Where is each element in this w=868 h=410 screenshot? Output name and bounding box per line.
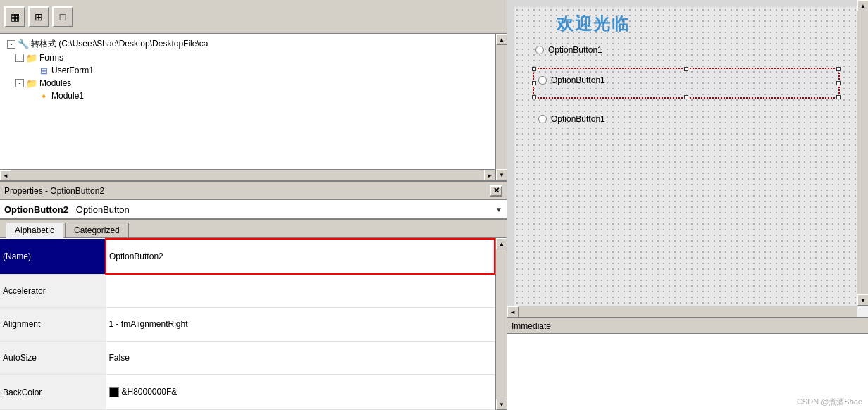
tree-expand-forms[interactable]: - (16, 54, 24, 62)
color-swatch (109, 387, 119, 397)
tree-label-root: 转格式 (C:\Users\Shae\Desktop\DesktopFile\c… (31, 38, 208, 50)
form-canvas[interactable]: 欢迎光临 OptionButton1 (514, 7, 857, 306)
properties-panel: Properties - OptionButton2 ✕ OptionButto… (0, 182, 507, 410)
properties-table: (Name) OptionButton2 Accelerator Alignme… (0, 238, 495, 410)
right-panel: 欢迎光临 OptionButton1 (507, 0, 868, 410)
immediate-title: Immediate (512, 321, 551, 331)
sel-handle-bc[interactable] (684, 95, 688, 99)
obj-name-text: OptionButton2 (4, 204, 68, 215)
properties-title: Properties - OptionButton2 (4, 186, 104, 196)
form-scroll-left[interactable]: ◄ (507, 306, 519, 318)
form-scroll-up[interactable]: ▲ (857, 0, 868, 11)
toolbar: ▦ ⊞ □ (0, 0, 507, 34)
tree-module1[interactable]: 🔸 Module1 (4, 89, 502, 102)
table-row[interactable]: BackColor &H8000000F& (0, 375, 495, 410)
prop-name: (Name) (0, 239, 106, 274)
tree-expand-modules[interactable]: - (16, 79, 24, 87)
tree-scroll-right[interactable]: ► (484, 170, 495, 181)
tree-scroll-up[interactable]: ▲ (496, 34, 507, 45)
properties-titlebar: Properties - OptionButton2 ✕ (0, 182, 507, 200)
form-designer-hscrollbar[interactable]: ◄ ► (507, 306, 857, 317)
toolbar-btn-1[interactable]: ▦ (4, 6, 25, 27)
prop-value[interactable]: &H8000000F& (106, 375, 495, 410)
tree-label-forms: Forms (39, 53, 63, 63)
props-scroll-up[interactable]: ▲ (496, 238, 507, 249)
tree-icon-userform1: ⊞ (38, 65, 49, 76)
form-designer-vscrollbar[interactable]: ▲ ▼ (857, 0, 868, 306)
tab-categorized[interactable]: Categorized (65, 223, 129, 237)
immediate-content[interactable]: CSDN @煮酒Shae (507, 334, 868, 410)
prop-name: Alignment (0, 308, 106, 342)
table-row[interactable]: (Name) OptionButton2 (0, 239, 495, 274)
csdn-watermark: CSDN @煮酒Shae (797, 397, 862, 407)
sel-handle-tr[interactable] (836, 67, 841, 71)
sel-handle-bl[interactable] (532, 95, 536, 99)
table-row[interactable]: AutoSize False (0, 341, 495, 375)
left-panel: ▦ ⊞ □ - 🔧 转格式 (C:\Users\Shae\Desktop\Des… (0, 0, 507, 410)
option-button-3[interactable]: OptionButton1 (538, 114, 605, 124)
project-tree: - 🔧 转格式 (C:\Users\Shae\Desktop\DesktopFi… (0, 34, 507, 182)
tree-icon-modules: 📁 (26, 77, 37, 89)
tree-label-modules: Modules (39, 78, 71, 88)
sel-handle-br[interactable] (836, 95, 841, 99)
option-label-2: OptionButton1 (551, 75, 605, 85)
properties-close-button[interactable]: ✕ (490, 185, 502, 197)
tree-icon-root: 🔧 (18, 39, 29, 50)
tree-forms-folder[interactable]: - 📁 Forms (4, 51, 502, 64)
prop-value[interactable]: False (106, 341, 495, 375)
tree-root[interactable]: - 🔧 转格式 (C:\Users\Shae\Desktop\DesktopFi… (4, 37, 502, 51)
form-designer[interactable]: 欢迎光临 OptionButton1 (507, 0, 868, 318)
table-row[interactable]: Alignment 1 - fmAlignmentRight (0, 308, 495, 342)
form-scroll-down[interactable]: ▼ (857, 294, 868, 306)
radio-circle-2 (538, 76, 547, 85)
tree-expand-root[interactable]: - (7, 40, 16, 49)
sel-handle-mr[interactable] (836, 81, 841, 85)
tree-userform1[interactable]: ⊞ UserForm1 (4, 64, 502, 77)
immediate-titlebar: Immediate (507, 318, 868, 334)
tree-label-module1: Module1 (51, 91, 84, 101)
toolbar-btn-3[interactable]: □ (52, 6, 73, 27)
prop-value[interactable]: OptionButton2 (106, 239, 495, 274)
option-label-1: OptionButton1 (548, 45, 602, 55)
option-label-3: OptionButton1 (551, 114, 605, 124)
obj-type-text: OptionButton (76, 204, 130, 215)
tree-label-userform1: UserForm1 (51, 66, 94, 75)
sel-handle-tc[interactable] (684, 67, 688, 71)
properties-table-wrapper: (Name) OptionButton2 Accelerator Alignme… (0, 238, 507, 410)
sel-handle-tl[interactable] (532, 67, 536, 71)
tree-icon-module1: 🔸 (38, 90, 49, 101)
prop-name: AutoSize (0, 341, 106, 375)
prop-name: BackColor (0, 375, 106, 410)
tree-hscrollbar[interactable]: ◄ ► (0, 169, 495, 180)
object-selector-arrow: ▼ (495, 206, 502, 213)
tab-alphabetic[interactable]: Alphabetic (6, 223, 63, 238)
properties-object-selector[interactable]: OptionButton2 OptionButton ▼ (0, 200, 507, 220)
prop-value[interactable]: 1 - fmAlignmentRight (106, 308, 495, 342)
tree-modules-folder[interactable]: - 📁 Modules (4, 77, 502, 89)
props-scroll-down[interactable]: ▼ (496, 399, 507, 410)
tree-icon-forms: 📁 (26, 52, 37, 63)
option-button-1[interactable]: OptionButton1 (535, 45, 602, 55)
tree-scroll-down[interactable]: ▼ (496, 169, 507, 180)
welcome-text: 欢迎光临 (557, 13, 630, 35)
option-button-2[interactable]: OptionButton1 (538, 75, 605, 85)
properties-object-name: OptionButton2 OptionButton (4, 204, 130, 215)
immediate-panel: Immediate CSDN @煮酒Shae (507, 318, 868, 410)
sel-handle-ml[interactable] (532, 81, 536, 85)
prop-value[interactable] (106, 274, 495, 308)
table-row[interactable]: Accelerator (0, 274, 495, 308)
form-scroll-right[interactable]: ► (845, 318, 857, 318)
tree-scroll-left[interactable]: ◄ (0, 170, 11, 182)
toolbar-btn-2[interactable]: ⊞ (28, 6, 49, 27)
radio-circle-1 (535, 46, 544, 54)
prop-name: Accelerator (0, 274, 106, 308)
tree-vscrollbar[interactable]: ▲ ▼ (495, 34, 507, 180)
properties-tabs: Alphabetic Categorized (0, 220, 507, 238)
props-vscrollbar[interactable]: ▲ ▼ (495, 238, 507, 410)
radio-circle-3 (538, 115, 547, 123)
